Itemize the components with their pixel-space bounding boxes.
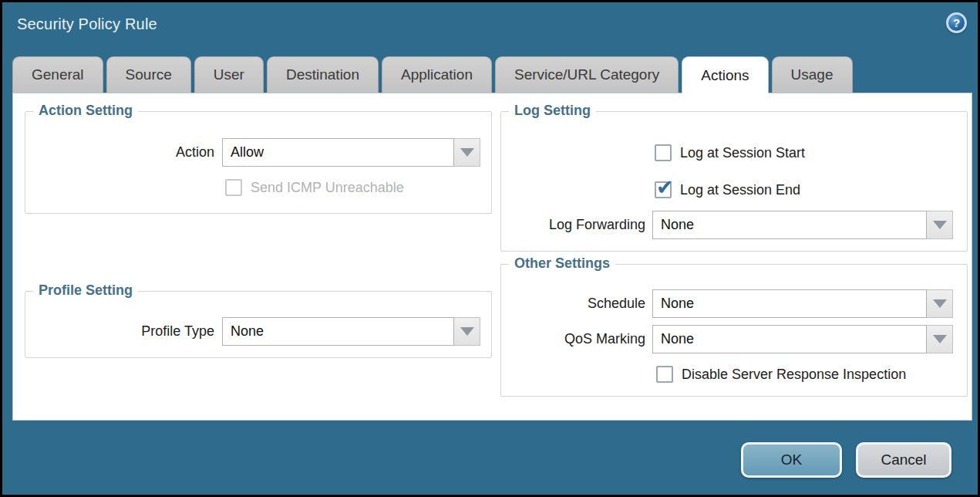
action-setting-group: Action Setting Action Allow Send ICMP Un… [25, 111, 492, 214]
log-at-session-start-checkbox[interactable] [655, 144, 672, 161]
log-forwarding-dropdown-value: None [652, 211, 927, 239]
security-policy-rule-dialog: Security Policy Rule ? General Source Us… [2, 2, 978, 495]
tab-service-url-category[interactable]: Service/URL Category [495, 56, 679, 93]
log-at-session-start-label: Log at Session Start [680, 145, 805, 161]
tab-usage[interactable]: Usage [772, 56, 853, 93]
action-dropdown-value: Allow [222, 138, 454, 167]
chevron-down-icon [460, 148, 474, 157]
action-dropdown-button[interactable] [454, 138, 480, 167]
log-forwarding-dropdown-button[interactable] [927, 211, 953, 239]
schedule-dropdown[interactable]: None [652, 289, 953, 318]
profile-type-dropdown-button[interactable] [454, 317, 480, 346]
action-label: Action [25, 144, 214, 161]
tab-destination[interactable]: Destination [267, 56, 379, 93]
disable-server-response-inspection-label: Disable Server Response Inspection [682, 367, 906, 383]
qos-marking-dropdown[interactable]: None [652, 325, 953, 353]
help-icon[interactable]: ? [946, 12, 967, 33]
qos-marking-dropdown-button[interactable] [927, 325, 953, 353]
profile-type-label: Profile Type [25, 323, 214, 340]
chevron-down-icon [933, 299, 947, 308]
cancel-button[interactable]: Cancel [856, 442, 951, 478]
log-at-session-end-label: Log at Session End [680, 182, 800, 198]
log-forwarding-dropdown[interactable]: None [652, 211, 953, 239]
profile-type-dropdown-value: None [222, 317, 454, 346]
ok-button[interactable]: OK [741, 442, 842, 478]
log-setting-group: Log Setting Log at Session Start Log at … [500, 111, 968, 252]
dialog-title: Security Policy Rule [17, 15, 157, 33]
schedule-label: Schedule [501, 296, 645, 312]
dialog-footer: OK Cancel [741, 442, 951, 478]
action-dropdown[interactable]: Allow [222, 138, 480, 167]
tab-general[interactable]: General [12, 56, 103, 93]
send-icmp-unreachable-checkbox [225, 179, 242, 196]
tab-bar: General Source User Destination Applicat… [12, 56, 853, 93]
qos-marking-dropdown-value: None [652, 325, 927, 353]
profile-setting-legend: Profile Setting [33, 282, 138, 299]
qos-marking-label: QoS Marking [501, 331, 645, 347]
actions-tab-panel: Action Setting Action Allow Send ICMP Un… [12, 93, 972, 421]
tab-actions[interactable]: Actions [682, 56, 768, 93]
other-settings-group: Other Settings Schedule None QoS Marking… [500, 264, 968, 397]
chevron-down-icon [933, 335, 947, 343]
profile-type-dropdown[interactable]: None [222, 317, 480, 346]
log-forwarding-label: Log Forwarding [501, 217, 645, 233]
tab-source[interactable]: Source [106, 56, 191, 93]
schedule-dropdown-value: None [652, 289, 927, 318]
schedule-dropdown-button[interactable] [927, 289, 953, 318]
chevron-down-icon [460, 327, 474, 336]
send-icmp-unreachable-label: Send ICMP Unreachable [251, 180, 404, 196]
log-at-session-end-checkbox[interactable] [655, 181, 672, 198]
other-settings-legend: Other Settings [509, 255, 615, 272]
tab-application[interactable]: Application [382, 56, 492, 93]
tab-user[interactable]: User [194, 56, 264, 93]
profile-setting-group: Profile Setting Profile Type None [25, 291, 492, 358]
chevron-down-icon [933, 221, 947, 229]
log-setting-legend: Log Setting [509, 103, 596, 119]
disable-server-response-inspection-checkbox[interactable] [656, 366, 673, 383]
action-setting-legend: Action Setting [33, 103, 138, 119]
